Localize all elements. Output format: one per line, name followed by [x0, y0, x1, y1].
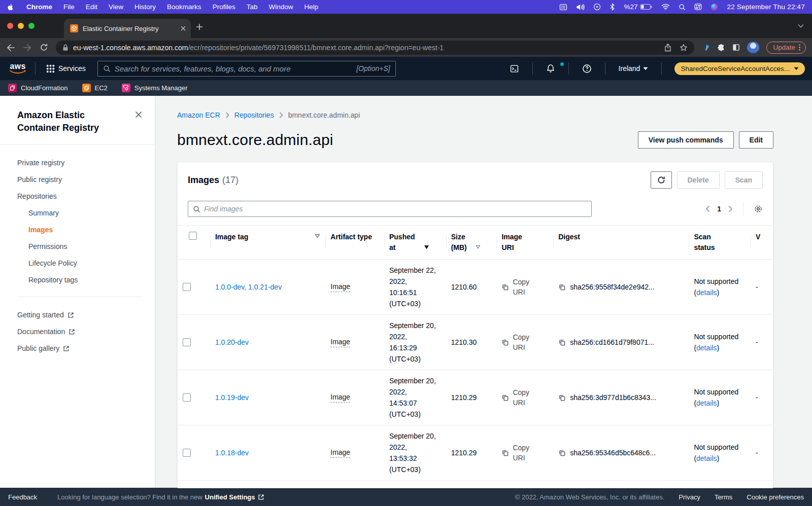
cookie-preferences-link[interactable]: Cookie preferences	[747, 493, 804, 501]
column-scan-status[interactable]: Scan status	[689, 226, 751, 259]
image-tag-link[interactable]: 1.0.0-dev, 1.0.21-dev	[215, 283, 282, 291]
browser-tab[interactable]: Elastic Container Registry	[64, 19, 191, 38]
sidebar-item-public-registry[interactable]: Public registry	[17, 175, 143, 184]
row-checkbox[interactable]	[183, 338, 191, 346]
scan-button[interactable]: Scan	[725, 171, 763, 189]
next-page-icon[interactable]	[728, 205, 733, 212]
scan-details-link[interactable]: details	[696, 288, 717, 297]
sidebar-link-documentation[interactable]: Documentation	[17, 327, 143, 336]
tab-search-chevron-icon[interactable]	[798, 24, 804, 28]
sidebar-link-public-gallery[interactable]: Public gallery	[17, 344, 143, 353]
copy-uri-button[interactable]: Copy URI	[501, 443, 534, 463]
bluetooth-icon[interactable]	[610, 3, 615, 11]
copy-digest-icon[interactable]	[558, 283, 566, 291]
image-tag-link[interactable]: 1.0.20-dev	[215, 338, 249, 346]
sidebar-item-summary[interactable]: Summary	[28, 208, 143, 218]
aws-logo[interactable]: aws	[7, 63, 28, 74]
scan-details-link[interactable]: details	[696, 344, 717, 352]
spotlight-search-icon[interactable]	[679, 4, 686, 11]
view-push-commands-button[interactable]: View push commands	[638, 131, 734, 149]
column-digest[interactable]: Digest	[553, 226, 689, 259]
bookmark-star-icon[interactable]	[680, 44, 688, 52]
copy-uri-button[interactable]: Copy URI	[501, 387, 534, 408]
favorite-systems-manager[interactable]: Systems Manager	[122, 84, 188, 92]
copy-uri-button[interactable]: Copy URI	[501, 277, 534, 297]
copy-uri-button[interactable]: Copy URI	[501, 332, 534, 352]
menu-window[interactable]: Window	[268, 3, 293, 11]
feedback-button[interactable]: Feedback	[8, 493, 37, 501]
breadcrumb-amazon-ecr[interactable]: Amazon ECR	[177, 111, 220, 119]
share-icon[interactable]	[664, 44, 671, 52]
sidebar-item-lifecycle-policy[interactable]: Lifecycle Policy	[28, 259, 143, 268]
previous-page-icon[interactable]	[705, 205, 710, 212]
extension-page-icon[interactable]	[732, 44, 740, 51]
terms-link[interactable]: Terms	[715, 493, 732, 501]
column-artifact-type[interactable]: Artifact type	[325, 226, 384, 259]
battery-status[interactable]: %27	[624, 3, 653, 11]
notifications-button[interactable]	[539, 64, 562, 73]
sidebar-link-getting-started[interactable]: Getting started	[17, 310, 143, 319]
reload-icon[interactable]	[40, 43, 48, 52]
scan-details-link[interactable]: details	[696, 454, 717, 462]
account-menu[interactable]: SharedCoreServiceAccountAcces...	[674, 62, 805, 75]
menu-profiles[interactable]: Profiles	[213, 3, 235, 11]
new-tab-button[interactable]	[196, 23, 203, 30]
column-image-tag[interactable]: Image tag	[210, 226, 325, 259]
sidebar-item-images[interactable]: Images	[28, 225, 143, 234]
copy-digest-icon[interactable]	[558, 339, 566, 346]
tab-close-icon[interactable]	[181, 26, 186, 31]
forward-icon[interactable]	[23, 44, 32, 52]
sidebar-item-repositories[interactable]: Repositories	[17, 192, 143, 201]
volume-icon[interactable]	[576, 4, 585, 11]
lock-icon[interactable]	[62, 44, 69, 51]
url-bar[interactable]: eu-west-1.console.aws.amazon.com/ecr/rep…	[56, 41, 694, 55]
region-selector[interactable]: Ireland	[612, 64, 655, 73]
edit-button[interactable]: Edit	[739, 131, 773, 149]
sidebar-close-icon[interactable]	[134, 111, 143, 119]
copy-digest-icon[interactable]	[558, 394, 566, 402]
now-playing-icon[interactable]	[593, 3, 601, 11]
column-size[interactable]: Size (MB)	[446, 226, 497, 259]
siri-icon[interactable]	[710, 3, 718, 11]
menu-help[interactable]: Help	[304, 3, 318, 11]
select-all-checkbox[interactable]	[189, 232, 197, 240]
menu-view[interactable]: View	[109, 3, 123, 11]
sidebar-item-private-registry[interactable]: Private registry	[17, 158, 143, 167]
sidebar-item-permissions[interactable]: Permissions	[28, 242, 143, 251]
row-checkbox[interactable]	[183, 393, 191, 402]
column-vulnerabilities-cut[interactable]: V	[751, 226, 773, 259]
menu-tab[interactable]: Tab	[247, 3, 258, 11]
favorite-cloudformation[interactable]: CloudFormation	[8, 84, 68, 92]
zoom-window-button[interactable]	[28, 23, 35, 29]
control-center-icon[interactable]	[694, 4, 702, 10]
keyboard-brightness-icon[interactable]	[559, 4, 567, 11]
copy-digest-icon[interactable]	[558, 449, 566, 457]
favorite-ec2[interactable]: EC2	[82, 84, 108, 92]
page-number[interactable]: 1	[717, 205, 721, 213]
menu-history[interactable]: History	[134, 3, 156, 11]
services-menu-button[interactable]: Services	[42, 61, 90, 76]
column-pushed-at[interactable]: Pushed at	[384, 226, 446, 259]
menu-chrome[interactable]: Chrome	[26, 3, 52, 11]
image-tag-link[interactable]: 1.0.19-dev	[215, 393, 249, 402]
cloudshell-button[interactable]	[503, 64, 526, 73]
minimize-window-button[interactable]	[18, 23, 24, 29]
help-button[interactable]	[576, 64, 598, 74]
extensions-puzzle-icon[interactable]	[717, 44, 725, 52]
column-image-uri[interactable]: Image URI	[496, 226, 553, 259]
sidebar-item-repository-tags[interactable]: Repository tags	[28, 275, 143, 284]
back-icon[interactable]	[6, 44, 15, 52]
extension-pin-icon[interactable]	[702, 44, 710, 52]
refresh-button[interactable]	[651, 171, 672, 189]
profile-avatar[interactable]	[747, 42, 759, 54]
image-tag-link[interactable]: 1.0.18-dev	[215, 449, 249, 457]
menu-bookmarks[interactable]: Bookmarks	[167, 3, 201, 11]
update-button[interactable]: Update	[766, 42, 806, 54]
menu-file[interactable]: File	[63, 3, 75, 11]
apple-logo-icon[interactable]	[7, 3, 14, 11]
breadcrumb-repositories[interactable]: Repositories	[234, 111, 274, 119]
find-images-search[interactable]	[188, 201, 592, 217]
menu-edit[interactable]: Edit	[86, 3, 97, 11]
row-checkbox[interactable]	[183, 449, 191, 457]
aws-search-bar[interactable]: Search for services, features, blogs, do…	[97, 61, 396, 77]
